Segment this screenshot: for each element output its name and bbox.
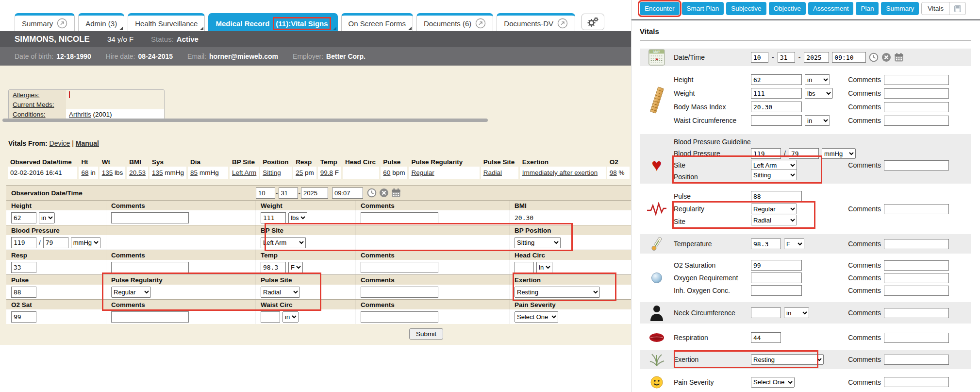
waist-comments-input[interactable] <box>361 311 438 323</box>
obs-month-input[interactable] <box>256 187 275 199</box>
wt-link[interactable]: 135 <box>102 169 113 176</box>
head-circ-unit-select[interactable]: in <box>536 262 552 273</box>
rt-temp-unit-select[interactable]: F <box>784 239 804 249</box>
bmi-comments-input[interactable] <box>884 102 949 112</box>
o2-req-comments-input[interactable] <box>884 273 949 283</box>
clock-icon[interactable] <box>367 188 377 198</box>
vitals-from-manual-link[interactable]: Manual <box>76 139 99 147</box>
open-in-new-icon[interactable] <box>557 18 568 29</box>
current-meds-link[interactable]: Current Meds: <box>13 101 54 108</box>
bp-position-select[interactable]: Sitting <box>515 237 561 248</box>
neck-comments-input[interactable] <box>884 308 949 318</box>
clock-icon[interactable] <box>869 52 879 62</box>
allergies-link[interactable]: Allergies: <box>13 91 40 99</box>
rt-exertion-select[interactable]: Resting <box>751 354 824 365</box>
height-comments-input[interactable] <box>884 75 949 85</box>
temp-link[interactable]: 99.8 <box>320 169 333 176</box>
tab-plan[interactable]: Plan <box>856 2 879 15</box>
pulse-site-link[interactable]: Radial <box>483 169 502 176</box>
rt-day-input[interactable] <box>778 52 795 63</box>
calendar-icon[interactable] <box>391 188 401 198</box>
tab-smart-plan[interactable]: Smart Plan <box>682 2 724 15</box>
height-unit-select[interactable]: in <box>39 212 55 223</box>
tab-subjective[interactable]: Subjective <box>726 2 766 15</box>
temp-comments-input[interactable] <box>884 239 949 249</box>
resp-input[interactable] <box>11 262 36 273</box>
o2-sat-input[interactable] <box>11 311 36 323</box>
rt-bp-dia-input[interactable] <box>789 148 819 159</box>
exertion-link[interactable]: Immediately after exertion <box>522 169 598 176</box>
obs-year-input[interactable] <box>301 187 328 199</box>
o2-link[interactable]: 98 <box>610 169 617 176</box>
position-link[interactable]: Sitting <box>263 169 281 176</box>
rt-inh-o2-input[interactable] <box>751 285 802 296</box>
pain-comments-input[interactable] <box>884 377 949 387</box>
bp-guideline-link[interactable]: Blood Pressure Guideline <box>674 138 857 146</box>
submit-button[interactable]: Submit <box>409 328 443 340</box>
pain-severity-select[interactable]: Select One <box>515 311 558 323</box>
weight-comments-input[interactable] <box>884 88 949 99</box>
rt-height-unit-select[interactable]: in <box>805 74 830 85</box>
tab-documents[interactable]: Documents (6) <box>416 13 493 31</box>
bp-site-link[interactable]: Left Arm <box>232 169 256 176</box>
save-button[interactable] <box>949 2 965 15</box>
tab-assessment[interactable]: Assessment <box>808 2 854 15</box>
rt-o2-req-input[interactable] <box>751 273 802 283</box>
rt-pain-severity-select[interactable]: Select One <box>751 377 795 388</box>
head-circ-input[interactable] <box>515 262 534 273</box>
dia-link[interactable]: 85 <box>190 169 198 176</box>
calendar-icon[interactable] <box>894 52 904 62</box>
rt-height-input[interactable] <box>751 74 802 85</box>
rt-month-input[interactable] <box>751 52 768 63</box>
rt-weight-input[interactable] <box>751 88 802 99</box>
pulse-comments-input[interactable] <box>361 287 438 298</box>
resp-comments-input[interactable] <box>111 262 189 273</box>
rt-o2-sat-input[interactable] <box>751 260 802 271</box>
pulse-site-select[interactable]: Radial <box>261 287 300 298</box>
rt-pulse-site-select[interactable]: Radial <box>751 215 797 225</box>
bp-comments-input[interactable] <box>884 160 949 170</box>
rt-respiration-input[interactable] <box>751 332 781 343</box>
open-in-new-icon[interactable] <box>475 18 486 29</box>
resp-link[interactable]: 25 <box>296 169 303 176</box>
obs-time-input[interactable] <box>332 187 363 199</box>
pulse-regularity-select[interactable]: Regular <box>111 287 151 298</box>
rt-waist-input[interactable] <box>751 115 802 126</box>
temp-input[interactable] <box>261 262 286 273</box>
rt-waist-unit-select[interactable]: in <box>805 115 830 126</box>
tab-summary-right[interactable]: Summary <box>881 2 919 15</box>
tab-objective[interactable]: Objective <box>769 2 806 15</box>
o2-sat-comments-input[interactable] <box>111 311 189 323</box>
condition-arthritis-link[interactable]: Arthritis <box>69 111 91 118</box>
rt-bp-site-select[interactable]: Left Arm <box>751 160 797 170</box>
pulse-regularity-link[interactable]: Regular <box>411 169 434 176</box>
tab-summary[interactable]: Summary <box>15 13 75 31</box>
tab-admin[interactable]: Admin (3) <box>78 13 124 31</box>
tab-vitals[interactable]: Vitals <box>922 2 949 15</box>
weight-input[interactable] <box>261 212 286 223</box>
clear-icon[interactable] <box>881 52 891 62</box>
respiration-comments-input[interactable] <box>884 333 949 343</box>
clear-icon[interactable] <box>379 188 389 198</box>
tab-encounter[interactable]: Encounter <box>640 2 680 15</box>
rt-year-input[interactable] <box>804 52 829 63</box>
obs-day-input[interactable] <box>279 187 298 199</box>
inh-o2-comments-input[interactable] <box>884 286 949 296</box>
tab-documents-dv[interactable]: Documents-DV <box>497 13 575 31</box>
conditions-link[interactable]: Conditions: <box>13 111 46 118</box>
exertion-comments-input[interactable] <box>884 355 949 365</box>
o2-sat-comments-input[interactable] <box>884 260 949 271</box>
ht-link[interactable]: 68 <box>81 169 88 176</box>
bp-site-select[interactable]: Left Arm <box>261 237 306 248</box>
tab-on-screen-forms[interactable]: On Screen Forms <box>341 13 413 31</box>
rt-neck-unit-select[interactable]: in <box>784 307 809 318</box>
sys-link[interactable]: 135 <box>152 169 163 176</box>
rt-pulse-regularity-select[interactable]: Regular <box>751 204 797 214</box>
rt-bmi-input[interactable] <box>751 102 802 112</box>
waist-circ-unit-select[interactable]: in <box>282 311 299 323</box>
bp-diastolic-input[interactable] <box>43 237 68 248</box>
rt-neck-input[interactable] <box>751 307 781 318</box>
waist-circ-input[interactable] <box>261 311 280 323</box>
settings-button[interactable] <box>581 14 604 30</box>
horizontal-scrollbar[interactable] <box>2 119 488 122</box>
